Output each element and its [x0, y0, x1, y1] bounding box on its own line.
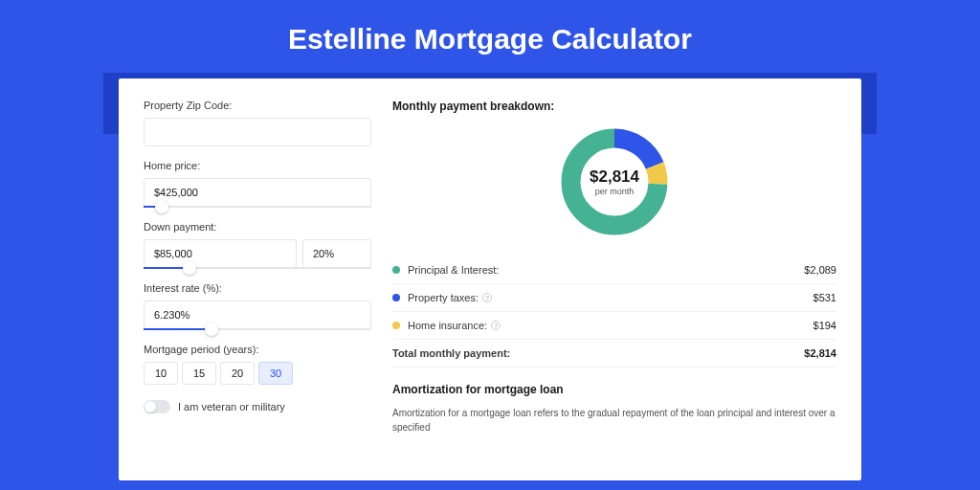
veteran-label: I am veteran or military — [178, 401, 285, 412]
info-icon[interactable]: ? — [491, 321, 501, 330]
amortization-text: Amortization for a mortgage loan refers … — [392, 406, 836, 434]
legend-value: $194 — [813, 320, 836, 331]
legend-total-value: $2,814 — [804, 347, 836, 359]
donut-amount: $2,814 — [590, 167, 639, 187]
page-title: Estelline Mortgage Calculator — [0, 0, 980, 73]
period-option-15[interactable]: 15 — [182, 362, 216, 385]
interest-slider-fill — [144, 328, 212, 330]
veteran-toggle-row: I am veteran or military — [144, 400, 371, 413]
period-label: Mortgage period (years): — [144, 344, 371, 355]
down-payment-slider-thumb[interactable] — [183, 261, 196, 275]
period-option-20[interactable]: 20 — [220, 362, 255, 385]
legend-row-home_insurance: Home insurance:?$194 — [392, 312, 836, 339]
legend-row-property_taxes: Property taxes:?$531 — [392, 284, 836, 312]
legend-value: $2,089 — [804, 264, 836, 276]
down-payment-pct-input[interactable] — [302, 239, 371, 268]
period-field-group: Mortgage period (years): 10152030 — [144, 344, 371, 385]
interest-slider-thumb[interactable] — [205, 323, 218, 336]
breakdown-title: Monthly payment breakdown: — [392, 100, 836, 113]
zip-field-group: Property Zip Code: — [144, 100, 371, 146]
home-price-label: Home price: — [144, 160, 371, 171]
down-payment-field-group: Down payment: — [144, 221, 371, 269]
legend-dot-icon — [392, 322, 400, 329]
legend-dot-icon — [392, 266, 400, 274]
donut-center: $2,814 per month — [590, 167, 639, 196]
zip-label: Property Zip Code: — [144, 100, 371, 111]
donut-chart-wrap: $2,814 per month — [392, 124, 836, 239]
period-option-10[interactable]: 10 — [144, 362, 178, 385]
amortization-section: Amortization for mortgage loan Amortizat… — [392, 383, 836, 434]
donut-sub: per month — [590, 187, 639, 196]
donut-chart: $2,814 per month — [557, 124, 672, 239]
info-icon[interactable]: ? — [482, 293, 492, 302]
down-payment-label: Down payment: — [144, 221, 371, 233]
interest-input[interactable] — [144, 301, 371, 329]
breakdown-column: Monthly payment breakdown: $2,814 per mo… — [392, 100, 836, 459]
calculator-card: Property Zip Code: Home price: Down paym… — [119, 78, 861, 480]
zip-input[interactable] — [144, 118, 371, 146]
veteran-toggle[interactable] — [144, 400, 170, 413]
down-payment-slider[interactable] — [144, 267, 371, 269]
home-price-slider[interactable] — [144, 206, 371, 208]
period-option-30[interactable]: 30 — [258, 362, 293, 385]
home-price-slider-thumb[interactable] — [155, 200, 168, 213]
interest-slider[interactable] — [144, 328, 371, 330]
interest-label: Interest rate (%): — [144, 282, 371, 294]
period-options: 10152030 — [144, 362, 371, 385]
input-column: Property Zip Code: Home price: Down paym… — [144, 100, 371, 459]
amortization-title: Amortization for mortgage loan — [392, 383, 836, 396]
home-price-field-group: Home price: — [144, 160, 371, 208]
legend: Principal & Interest:$2,089Property taxe… — [392, 256, 836, 339]
legend-label: Home insurance: — [408, 320, 487, 331]
legend-dot-icon — [392, 294, 400, 301]
legend-label: Property taxes: — [408, 292, 479, 303]
legend-label: Principal & Interest: — [408, 264, 499, 276]
legend-value: $531 — [813, 292, 836, 303]
legend-total-row: Total monthly payment: $2,814 — [392, 339, 836, 368]
down-payment-input[interactable] — [144, 239, 297, 268]
legend-row-principal_interest: Principal & Interest:$2,089 — [392, 256, 836, 284]
interest-field-group: Interest rate (%): — [144, 282, 371, 330]
home-price-input[interactable] — [144, 178, 371, 207]
legend-total-label: Total monthly payment: — [392, 347, 510, 359]
